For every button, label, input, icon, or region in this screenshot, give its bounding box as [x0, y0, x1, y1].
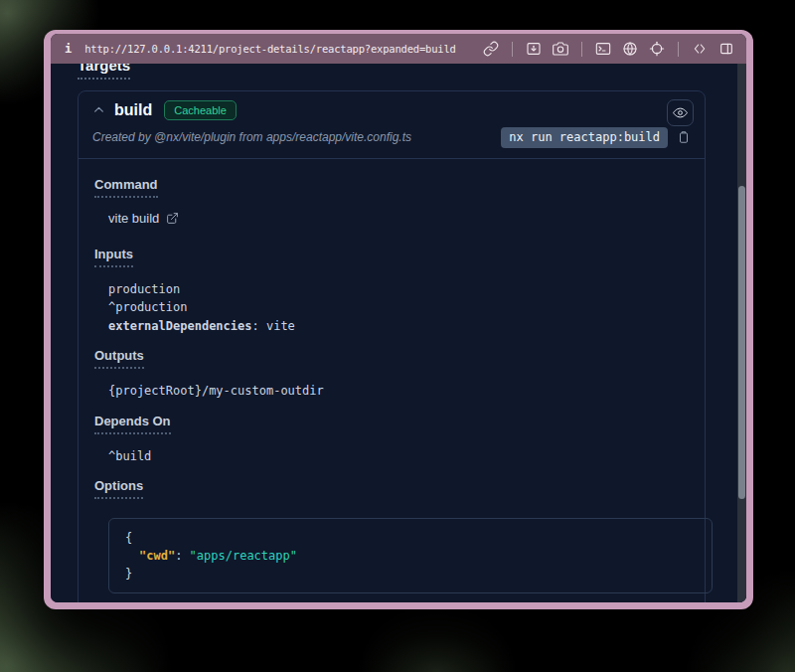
input-item: production — [108, 280, 689, 299]
eye-icon — [673, 105, 688, 120]
json-value: "apps/reactapp" — [190, 549, 297, 563]
external-link-icon[interactable] — [166, 212, 179, 225]
code-icon[interactable] — [692, 41, 708, 57]
cacheable-badge: Cacheable — [164, 100, 237, 120]
options-json-box: { "cwd": "apps/reactapp" } — [108, 518, 713, 593]
camera-icon[interactable] — [553, 41, 568, 57]
chevron-up-icon[interactable] — [92, 103, 105, 116]
target-card-build: build Cacheable Created by @nx/vite/plug… — [78, 90, 706, 602]
input-item: ^production — [108, 298, 689, 317]
inputs-list: production ^production externalDependenc… — [94, 280, 689, 336]
depends-on-list: ^build — [94, 447, 689, 466]
json-colon: : — [175, 549, 189, 563]
depends-on-item: ^build — [108, 447, 689, 466]
command-row: vite build — [94, 211, 689, 226]
json-close-brace: } — [125, 565, 696, 583]
scrollbar-track[interactable] — [737, 64, 746, 602]
scrollbar-thumb[interactable] — [738, 186, 745, 499]
split-view-icon[interactable] — [718, 41, 734, 57]
targets-heading: Targets — [78, 64, 130, 80]
toolbar-separator — [512, 42, 513, 57]
json-open-brace: { — [125, 529, 696, 547]
terminal-icon[interactable] — [595, 41, 611, 57]
crosshair-icon[interactable] — [649, 41, 665, 57]
input-kv-key: externalDependencies — [108, 319, 252, 333]
toolbar-separator — [581, 42, 582, 57]
command-value[interactable]: vite build — [108, 211, 159, 226]
options-section-label: Options — [94, 478, 143, 499]
build-card-header[interactable]: build Cacheable Created by @nx/vite/plug… — [79, 91, 705, 159]
project-details-page: Targets build Cacheable — [51, 64, 746, 602]
browser-window-inner: i http://127.0.0.1:4211/project-details/… — [51, 34, 746, 602]
link-icon[interactable] — [483, 41, 499, 57]
save-frame-icon[interactable] — [526, 41, 542, 57]
run-command-group: nx run reactapp:build — [501, 127, 691, 148]
json-kv-line: "cwd": "apps/reactapp" — [125, 547, 696, 565]
page-content: Targets build Cacheable — [51, 64, 746, 602]
build-header-row: build Cacheable — [92, 100, 691, 120]
copy-icon[interactable] — [677, 129, 691, 145]
view-build-button[interactable] — [667, 99, 694, 126]
input-kv-value: : vite — [252, 319, 295, 333]
browser-toolbar: i http://127.0.0.1:4211/project-details/… — [51, 34, 746, 64]
run-command-pill[interactable]: nx run reactapp:build — [501, 127, 668, 148]
input-item: externalDependencies: vite — [108, 317, 689, 336]
globe-icon[interactable] — [622, 41, 638, 57]
toolbar-separator — [678, 42, 679, 57]
output-item: {projectRoot}/my-custom-outdir — [108, 382, 689, 401]
command-section-label: Command — [94, 177, 158, 198]
depends-on-section-label: Depends On — [94, 414, 171, 434]
inputs-section-label: Inputs — [94, 247, 133, 267]
build-header-subrow: Created by @nx/vite/plugin from apps/rea… — [92, 127, 691, 148]
address-url[interactable]: http://127.0.0.1:4211/project-details/re… — [84, 43, 455, 55]
outputs-list: {projectRoot}/my-custom-outdir — [94, 382, 689, 401]
outputs-section-label: Outputs — [94, 348, 144, 369]
created-by-text: Created by @nx/vite/plugin from apps/rea… — [92, 130, 411, 144]
json-key: "cwd" — [139, 549, 175, 563]
browser-window: i http://127.0.0.1:4211/project-details/… — [44, 30, 753, 609]
build-card-body: Command vite build Inputs produc — [79, 159, 705, 603]
info-icon: i — [65, 42, 72, 56]
toolbar-actions — [483, 41, 734, 57]
build-target-name: build — [114, 101, 152, 119]
